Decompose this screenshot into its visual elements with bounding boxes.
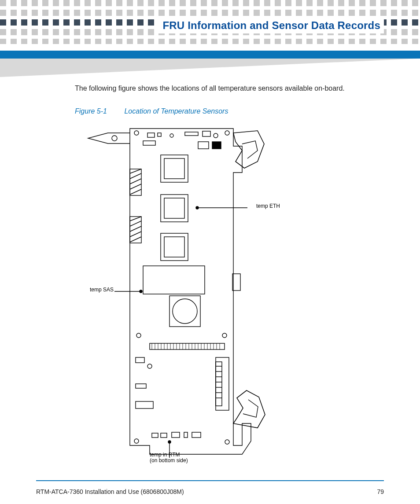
callout-temp-rtm-line2: (on bottom side) bbox=[150, 457, 188, 464]
page: FRU Information and Sensor Data Records … bbox=[0, 0, 420, 504]
svg-point-42 bbox=[222, 333, 227, 338]
svg-line-20 bbox=[130, 217, 141, 221]
svg-rect-8 bbox=[164, 237, 184, 257]
svg-point-30 bbox=[170, 134, 173, 137]
svg-rect-79 bbox=[136, 401, 153, 408]
svg-rect-43 bbox=[150, 343, 225, 349]
svg-line-15 bbox=[130, 173, 141, 179]
svg-rect-28 bbox=[147, 133, 155, 137]
svg-rect-25 bbox=[143, 266, 205, 294]
footer-page-number: 79 bbox=[377, 488, 384, 495]
figure-title: Location of Temperature Sensors bbox=[124, 107, 228, 115]
svg-point-37 bbox=[134, 131, 139, 135]
svg-line-16 bbox=[130, 179, 141, 184]
svg-rect-76 bbox=[136, 357, 144, 363]
callout-temp-sas: temp SAS bbox=[85, 287, 114, 293]
svg-rect-26 bbox=[169, 296, 200, 327]
svg-point-39 bbox=[225, 131, 229, 135]
svg-rect-31 bbox=[185, 132, 198, 136]
svg-line-23 bbox=[130, 232, 141, 237]
svg-rect-6 bbox=[164, 198, 184, 218]
svg-line-17 bbox=[130, 184, 141, 189]
figure-number: Figure 5-1 bbox=[75, 107, 122, 115]
footer-doc-title: RTM-ATCA-7360 Installation and Use (6806… bbox=[36, 488, 184, 495]
svg-line-18 bbox=[130, 189, 141, 195]
svg-rect-34 bbox=[143, 141, 155, 145]
svg-rect-3 bbox=[161, 155, 188, 182]
footer: RTM-ATCA-7360 Installation and Use (6806… bbox=[36, 488, 384, 495]
svg-rect-82 bbox=[172, 432, 180, 438]
svg-rect-67 bbox=[216, 357, 229, 410]
callout-temp-rtm: temp in RTM (on bottom side) bbox=[150, 452, 188, 464]
svg-point-33 bbox=[214, 133, 218, 138]
svg-rect-32 bbox=[203, 131, 210, 136]
header-rule-wedge bbox=[0, 59, 420, 77]
figure-board-diagram: temp ETH temp SAS temp in RTM (on bottom… bbox=[84, 120, 277, 463]
svg-rect-7 bbox=[161, 233, 188, 261]
svg-rect-81 bbox=[161, 433, 167, 438]
svg-marker-0 bbox=[0, 59, 420, 77]
svg-point-41 bbox=[136, 333, 141, 338]
svg-point-38 bbox=[134, 439, 139, 443]
callout-temp-eth: temp ETH bbox=[256, 203, 280, 209]
callout-temp-rtm-line1: temp in RTM bbox=[150, 452, 180, 458]
svg-point-27 bbox=[173, 299, 197, 324]
svg-rect-84 bbox=[192, 432, 201, 438]
svg-line-21 bbox=[130, 221, 141, 226]
intro-paragraph: The following figure shows the locations… bbox=[75, 84, 384, 93]
header-rule-bar bbox=[0, 51, 420, 59]
svg-point-1 bbox=[112, 136, 117, 141]
svg-line-24 bbox=[130, 237, 141, 242]
svg-rect-83 bbox=[184, 432, 188, 438]
svg-rect-35 bbox=[198, 142, 209, 149]
svg-line-22 bbox=[130, 226, 141, 232]
svg-rect-29 bbox=[158, 133, 161, 136]
svg-point-77 bbox=[147, 364, 152, 368]
chapter-title: FRU Information and Sensor Data Records bbox=[156, 18, 384, 33]
svg-rect-68 bbox=[216, 362, 222, 406]
svg-line-14 bbox=[130, 169, 141, 173]
svg-rect-36 bbox=[212, 142, 221, 149]
svg-rect-5 bbox=[161, 195, 188, 222]
footer-rule bbox=[36, 480, 384, 481]
svg-point-40 bbox=[225, 440, 229, 444]
svg-rect-80 bbox=[152, 433, 158, 438]
content-area: The following figure shows the locations… bbox=[75, 84, 384, 463]
svg-rect-78 bbox=[136, 384, 146, 388]
svg-rect-4 bbox=[164, 158, 184, 179]
figure-caption: Figure 5-1 Location of Temperature Senso… bbox=[75, 107, 384, 115]
